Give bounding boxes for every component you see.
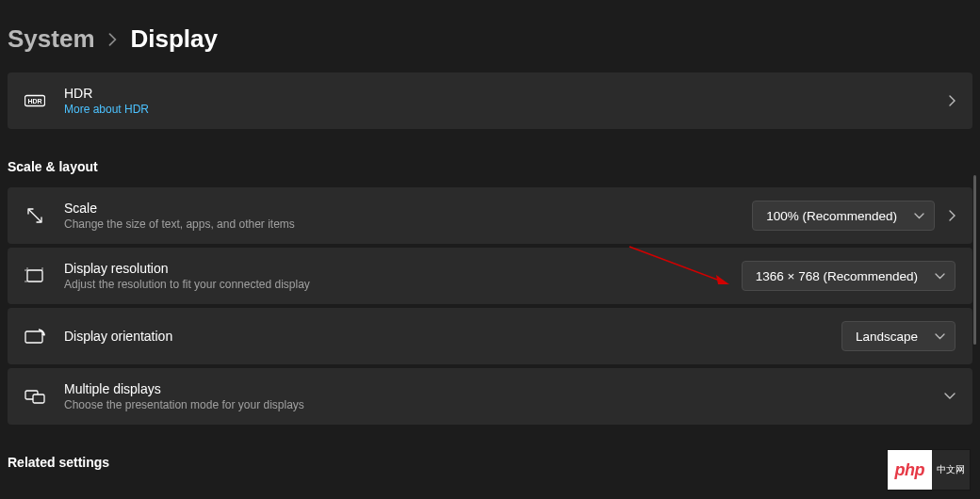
- watermark-text: 中文网: [932, 450, 970, 490]
- svg-rect-7: [25, 331, 42, 343]
- chevron-right-icon: [948, 95, 956, 106]
- orientation-text: Display orientation: [64, 329, 841, 344]
- multiple-displays-icon: [24, 386, 45, 407]
- resolution-title: Display resolution: [64, 261, 742, 276]
- chevron-down-icon: [914, 213, 924, 219]
- resolution-sub: Adjust the resolution to fit your connec…: [64, 278, 742, 291]
- scale-title: Scale: [64, 201, 752, 216]
- resolution-text: Display resolution Adjust the resolution…: [64, 261, 742, 291]
- svg-text:HDR: HDR: [27, 98, 41, 105]
- chevron-right-icon: [948, 210, 956, 221]
- chevron-down-icon: [935, 273, 945, 280]
- svg-rect-2: [27, 270, 42, 282]
- scale-value: 100% (Recommended): [766, 209, 897, 223]
- chevron-down-icon: [944, 393, 956, 400]
- hdr-icon: HDR: [24, 90, 45, 111]
- svg-rect-9: [33, 394, 44, 403]
- multiple-displays-text: Multiple displays Choose the presentatio…: [64, 381, 931, 411]
- scale-text: Scale Change the size of text, apps, and…: [64, 201, 752, 231]
- chevron-right-icon: [108, 33, 118, 46]
- orientation-value: Landscape: [856, 330, 918, 344]
- scale-dropdown[interactable]: 100% (Recommended): [752, 201, 935, 231]
- orientation-row[interactable]: Display orientation Landscape: [8, 308, 972, 364]
- resolution-icon: [24, 266, 45, 286]
- orientation-title: Display orientation: [64, 329, 841, 344]
- hdr-title: HDR: [64, 86, 935, 101]
- multiple-displays-row[interactable]: Multiple displays Choose the presentatio…: [8, 368, 972, 425]
- hdr-more-link[interactable]: More about HDR: [64, 103, 935, 116]
- resolution-value: 1366 × 768 (Recommended): [756, 269, 918, 283]
- breadcrumb-parent[interactable]: System: [8, 24, 95, 54]
- resolution-row[interactable]: Display resolution Adjust the resolution…: [8, 248, 972, 304]
- resolution-dropdown[interactable]: 1366 × 768 (Recommended): [742, 261, 956, 291]
- breadcrumb: System Display: [0, 0, 980, 72]
- section-related: Related settings: [8, 428, 972, 483]
- multiple-displays-title: Multiple displays: [64, 381, 931, 396]
- orientation-icon: [24, 326, 45, 346]
- orientation-dropdown[interactable]: Landscape: [841, 321, 956, 351]
- watermark-logo: php: [888, 450, 933, 490]
- scale-row[interactable]: Scale Change the size of text, apps, and…: [8, 187, 972, 244]
- hdr-row[interactable]: HDR HDR More about HDR: [8, 72, 972, 129]
- scale-sub: Change the size of text, apps, and other…: [64, 217, 752, 231]
- hdr-text: HDR More about HDR: [64, 86, 935, 116]
- watermark: php 中文网: [888, 450, 971, 490]
- section-scale-layout: Scale & layout: [8, 133, 972, 187]
- breadcrumb-current: Display: [131, 24, 219, 54]
- scale-icon: [24, 205, 45, 226]
- chevron-down-icon: [935, 333, 945, 340]
- multiple-displays-sub: Choose the presentation mode for your di…: [64, 398, 931, 411]
- scrollbar[interactable]: [973, 175, 976, 345]
